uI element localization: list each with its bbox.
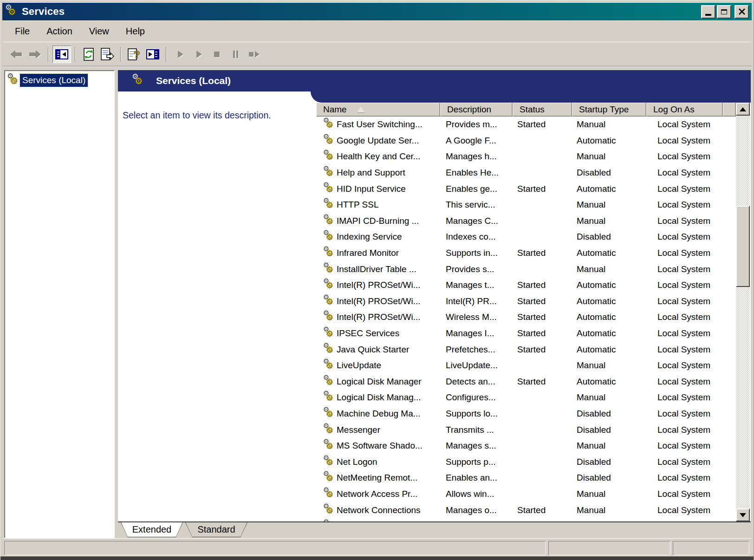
log-on-as-text: Local System (657, 184, 710, 194)
service-row[interactable]: Intel(R) PROSet/Wi...Intel(R) PR...Start… (316, 293, 736, 310)
service-row[interactable]: HTTP SSLThis servic...ManualLocal System (316, 197, 736, 213)
restart-service-button[interactable] (245, 46, 263, 63)
service-row[interactable]: NetMeeting Remot...Enables an...Disabled… (316, 470, 736, 486)
cell-status (513, 454, 572, 470)
service-row[interactable]: Network ConnectionsManages o...StartedMa… (316, 502, 736, 518)
resume-icon (192, 48, 204, 60)
export-list-button[interactable] (98, 46, 117, 63)
description-text: This servic... (446, 200, 495, 210)
scroll-down-button[interactable] (736, 508, 750, 521)
cell-name: Fast User Switching... (316, 117, 440, 133)
service-row[interactable]: Intel(R) PROSet/Wi...Manages t...Started… (316, 277, 736, 293)
service-row[interactable]: Health Key and Cer...Manages h...ManualL… (316, 149, 736, 165)
service-row[interactable]: Google Update Ser...A Google F...Automat… (316, 133, 736, 149)
column-header-log-on-as[interactable]: Log On As (646, 103, 723, 117)
service-row[interactable]: Network Access Pr...Allows win...ManualL… (316, 486, 736, 502)
cell-status: Started (513, 374, 572, 390)
service-row[interactable]: Network DDEProvides n...DisabledLocal Sy… (316, 518, 736, 521)
cell-log-on-as: Local System (646, 470, 723, 486)
forward-button[interactable] (26, 46, 44, 63)
service-row[interactable]: Machine Debug Ma...Supports lo...Disable… (316, 406, 736, 422)
show-hide-action-pane-button[interactable] (143, 46, 162, 63)
service-row[interactable]: Logical Disk ManagerDetects an...Started… (316, 374, 736, 390)
description-text: Transmits ... (446, 425, 494, 435)
cell-log-on-as: Local System (646, 117, 723, 133)
column-header-description[interactable]: Description (440, 103, 513, 117)
tab-extended[interactable]: Extended (121, 522, 183, 537)
refresh-button[interactable] (79, 46, 98, 63)
menu-item-help[interactable]: Help (119, 23, 152, 39)
column-header-name[interactable]: Name (316, 103, 440, 117)
export-list-icon (100, 48, 114, 61)
service-row[interactable]: Net LogonSupports p...DisabledLocal Syst… (316, 454, 736, 470)
resume-service-button[interactable] (189, 46, 208, 63)
service-row[interactable]: IPSEC ServicesManages I...StartedAutomat… (316, 326, 736, 342)
service-row[interactable]: Java Quick StarterPrefetches...StartedAu… (316, 341, 736, 358)
help-button[interactable]: ? (125, 46, 143, 63)
cell-description: Provides s... (440, 261, 513, 277)
view-tabs: ExtendedStandard (118, 522, 751, 538)
description-text: Configures... (446, 392, 496, 403)
cell-name: Intel(R) PROSet/Wi... (316, 293, 440, 310)
service-row[interactable]: MS Software Shado...Manages s...ManualLo… (316, 438, 736, 454)
service-row[interactable]: IMAPI CD-Burning ...Manages C...ManualLo… (316, 213, 736, 229)
service-row[interactable]: Intel(R) PROSet/Wi...Wireless M...Starte… (316, 309, 736, 326)
service-row[interactable]: Infrared MonitorSupports in...StartedAut… (316, 245, 736, 261)
description-text: Indexes co... (446, 232, 496, 242)
name-text: Machine Debug Ma... (337, 409, 421, 419)
service-row[interactable]: MessengerTransmits ...DisabledLocal Syst… (316, 422, 736, 438)
cell-startup-type: Disabled (572, 165, 646, 181)
description-text: Manages C... (446, 216, 498, 226)
scroll-up-button[interactable] (736, 103, 750, 116)
log-on-as-text: Local System (657, 312, 710, 322)
back-button[interactable] (7, 46, 26, 63)
status-text: Started (517, 296, 546, 306)
name-text: Fast User Switching... (337, 119, 422, 130)
cell-name: HID Input Service (316, 181, 440, 197)
service-row[interactable]: HID Input ServiceEnables ge...StartedAut… (316, 181, 736, 197)
cell-startup-type: Disabled (572, 406, 646, 422)
cell-startup-type: Manual (572, 502, 646, 518)
column-header-startup-type[interactable]: Startup Type (572, 103, 646, 117)
description-text: Provides s... (446, 264, 494, 274)
service-row[interactable]: Logical Disk Manag...Configures...Manual… (316, 390, 736, 406)
toolbar: ? (2, 42, 752, 66)
description-text: Provides m... (446, 119, 497, 130)
menu-item-file[interactable]: File (8, 23, 37, 39)
tab-standard[interactable]: Standard (185, 522, 247, 537)
service-row[interactable]: Help and SupportEnables He...DisabledLoc… (316, 165, 736, 181)
cell-description: Indexes co... (440, 229, 513, 245)
vertical-scrollbar[interactable] (736, 103, 750, 521)
stop-icon (211, 48, 223, 60)
service-row[interactable]: Indexing ServiceIndexes co...DisabledLoc… (316, 229, 736, 245)
pause-service-button[interactable] (226, 46, 245, 63)
maximize-button[interactable] (717, 5, 731, 19)
column-header-status[interactable]: Status (513, 103, 572, 117)
service-gear-icon (323, 231, 334, 242)
tree-item-services-local[interactable]: Services (Local) (7, 74, 112, 87)
start-service-button[interactable] (170, 46, 189, 63)
cell-log-on-as: Local System (646, 245, 723, 261)
cell-description: Transmits ... (440, 422, 513, 438)
menu-item-action[interactable]: Action (39, 23, 79, 39)
name-text: HTTP SSL (337, 200, 378, 210)
stop-service-button[interactable] (208, 46, 226, 63)
startup-type-text: Disabled (577, 232, 611, 242)
service-row[interactable]: InstallDriver Table ...Provides s...Manu… (316, 261, 736, 277)
cell-startup-type: Automatic (572, 374, 646, 390)
cell-log-on-as: Local System (646, 486, 723, 502)
show-hide-console-tree-button[interactable] (52, 46, 71, 63)
scrollbar-thumb[interactable] (736, 206, 750, 287)
close-button[interactable] (734, 5, 749, 19)
minimize-button[interactable] (701, 5, 715, 19)
cell-name: Machine Debug Ma... (316, 406, 440, 422)
toolbar-separator (166, 47, 167, 62)
description-text: Enables an... (446, 473, 497, 483)
cell-description: Supports in... (440, 245, 513, 261)
service-gear-icon (323, 360, 334, 371)
menu-item-view[interactable]: View (82, 23, 116, 39)
service-row[interactable]: LiveUpdateLiveUpdate...ManualLocal Syste… (316, 358, 736, 374)
service-row[interactable]: Fast User Switching...Provides m...Start… (316, 117, 736, 133)
startup-type-text: Manual (577, 216, 605, 226)
startup-type-text: Manual (577, 200, 605, 210)
